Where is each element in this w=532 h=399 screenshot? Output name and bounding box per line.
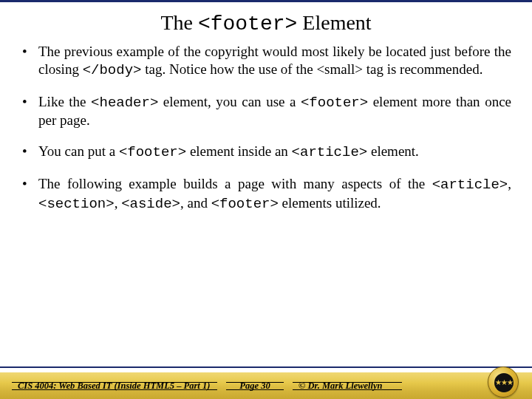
text-span: element.: [367, 143, 419, 159]
bullet-item: The previous example of the copyright wo…: [21, 43, 511, 80]
text-span: element, you can use a: [158, 94, 301, 109]
text-span: You can put a: [38, 143, 119, 159]
code-span: <aside>: [121, 196, 180, 212]
text-span: , and: [180, 195, 211, 211]
text-span: element inside an: [186, 143, 291, 159]
footer-course: CIS 4004: Web Based IT (Inside HTML5 – P…: [7, 381, 222, 392]
footer-author: © Dr. Mark Llewellyn: [288, 381, 406, 392]
code-span: <footer>: [301, 95, 368, 111]
ucf-logo-icon: ★★★: [488, 366, 519, 398]
bullet-item: Like the <header> element, you can use a…: [21, 93, 511, 130]
code-span: <footer>: [211, 196, 279, 212]
text-span: The following example builds a page with…: [38, 176, 432, 191]
code-span: <article>: [292, 144, 368, 160]
bullet-list: The previous example of the copyright wo…: [21, 43, 511, 213]
bullet-item: You can put a <footer> element inside an…: [21, 143, 511, 162]
code-span: <footer>: [119, 144, 186, 160]
code-span: </body>: [83, 62, 142, 78]
footer-text-group: CIS 4004: Web Based IT (Inside HTML5 – P…: [0, 381, 406, 392]
title-suffix: Element: [297, 11, 371, 34]
text-span: ,: [115, 195, 122, 211]
title-code: <footer>: [198, 13, 297, 35]
code-span: <section>: [38, 196, 115, 212]
slide-title: The <footer> Element: [0, 2, 532, 43]
slide-content: The previous example of the copyright wo…: [0, 43, 532, 213]
title-prefix: The: [160, 11, 198, 34]
text-span: elements utilized.: [279, 195, 381, 211]
text-span: Like the: [38, 94, 91, 109]
code-span: <header>: [91, 95, 158, 111]
bullet-item: The following example builds a page with…: [21, 175, 511, 214]
footer-page: Page 30: [222, 381, 288, 392]
text-span: tag. Notice how the use of the <small> t…: [141, 61, 482, 77]
footer-gold-strip: CIS 4004: Web Based IT (Inside HTML5 – P…: [0, 372, 532, 399]
code-span: <article>: [432, 177, 508, 193]
slide: The <footer> Element The previous exampl…: [0, 0, 532, 399]
footer-bar: CIS 4004: Web Based IT (Inside HTML5 – P…: [0, 366, 532, 399]
text-span: ,: [508, 176, 511, 191]
